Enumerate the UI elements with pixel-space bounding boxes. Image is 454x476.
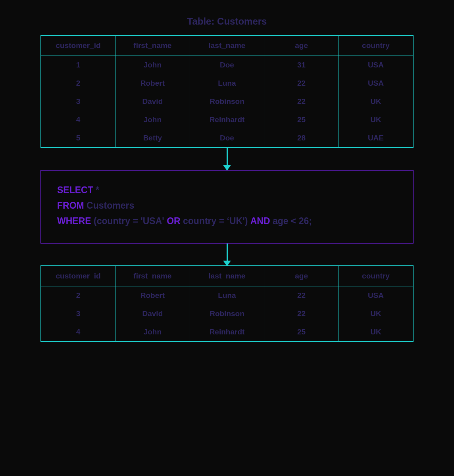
sql-keyword: AND [250,216,270,226]
diagram-title: Table: Customers [187,16,267,27]
result-table: customer_idfirst_namelast_nameagecountry… [40,265,414,342]
table-cell: Luna [190,286,264,305]
table-cell: David [115,92,190,111]
table-row: 2RobertLuna22USA [41,286,413,305]
column-header: first_name [115,35,190,56]
table-cell: 22 [264,74,339,92]
table-cell: Betty [115,129,190,148]
sql-keyword: OR [167,216,181,226]
table-row: 4JohnReinhardt25UK [41,323,413,342]
table-row: 3DavidRobinson22UK [41,92,413,111]
sql-text: * [93,185,99,195]
table-cell: UK [339,305,413,323]
table-cell: 25 [264,111,339,129]
table-cell: 28 [264,129,339,148]
table-cell: Robinson [190,305,264,323]
table-cell: 31 [264,56,339,75]
table-row: 1JohnDoe31USA [41,56,413,75]
column-header: last_name [190,266,264,286]
table-cell: 2 [41,74,115,92]
table-row: 4JohnReinhardt25UK [41,111,413,129]
table-cell: Reinhardt [190,111,264,129]
sql-text: age < 26; [270,216,312,226]
sql-keyword: FROM [57,200,84,211]
table-cell: 3 [41,305,115,323]
column-header: first_name [115,266,190,286]
column-header: age [264,266,339,286]
table-cell: Reinhardt [190,323,264,342]
table-cell: Robert [115,74,190,92]
table-row: 5BettyDoe28UAE [41,129,413,148]
table-cell: USA [339,56,413,75]
table-cell: John [115,56,190,75]
column-header: customer_id [41,35,115,56]
table-cell: John [115,323,190,342]
sql-text: (country = 'USA' [91,216,167,226]
sql-text: Customers [84,200,135,211]
arrow-down-icon [227,148,228,170]
table-cell: 4 [41,323,115,342]
table-cell: David [115,305,190,323]
column-header: country [339,35,413,56]
table-cell: Robert [115,286,190,305]
sql-query-box: SELECT * FROM Customers WHERE (country =… [40,170,414,244]
sql-keyword: SELECT [57,185,93,195]
column-header: age [264,35,339,56]
table-cell: UK [339,323,413,342]
table-cell: Doe [190,129,264,148]
table-row: 3DavidRobinson22UK [41,305,413,323]
table-row: 2RobertLuna22USA [41,74,413,92]
table-cell: 2 [41,286,115,305]
source-table: customer_idfirst_namelast_nameagecountry… [40,35,414,148]
table-cell: 22 [264,286,339,305]
table-cell: USA [339,74,413,92]
column-header: customer_id [41,266,115,286]
table-cell: UK [339,111,413,129]
sql-text: country = ‘UK') [181,216,250,226]
column-header: country [339,266,413,286]
table-cell: Luna [190,74,264,92]
table-cell: 5 [41,129,115,148]
table-cell: UAE [339,129,413,148]
arrow-down-icon [227,244,228,265]
table-cell: Robinson [190,92,264,111]
table-cell: 3 [41,92,115,111]
table-cell: Doe [190,56,264,75]
sql-keyword: WHERE [57,216,91,226]
column-header: last_name [190,35,264,56]
table-cell: 22 [264,92,339,111]
table-cell: 25 [264,323,339,342]
table-cell: UK [339,92,413,111]
table-cell: 1 [41,56,115,75]
table-cell: 22 [264,305,339,323]
table-cell: John [115,111,190,129]
table-cell: USA [339,286,413,305]
table-cell: 4 [41,111,115,129]
